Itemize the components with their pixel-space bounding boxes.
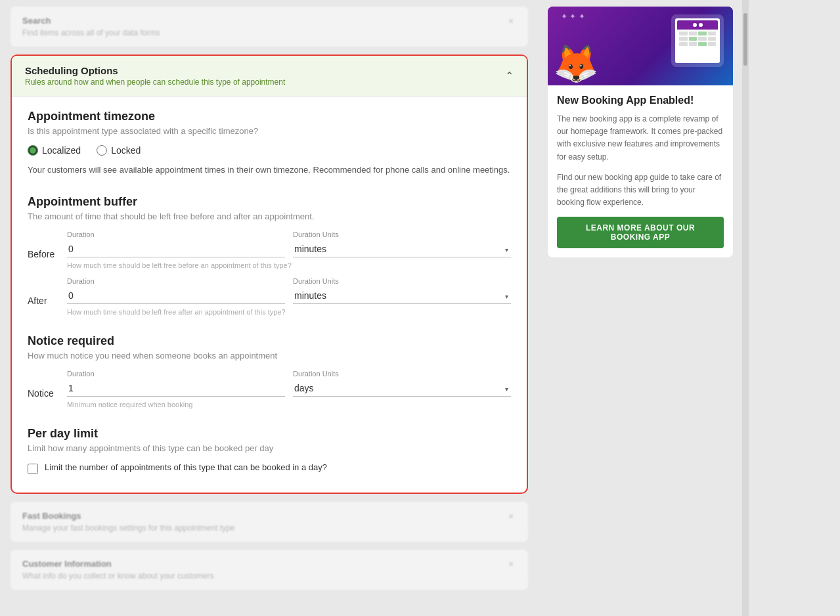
promo-learn-more-button[interactable]: LEARN MORE ABOUT OUR BOOKING APP: [557, 217, 724, 248]
appointment-buffer-title: Appointment buffer: [28, 195, 511, 209]
after-units-group: Duration Units minutes hours days ▾: [293, 277, 511, 304]
per-day-limit-checkbox-label: Limit the number of appointments of this…: [45, 462, 327, 472]
notice-duration-group: Duration: [67, 370, 285, 397]
top-card-close-button[interactable]: ×: [506, 16, 516, 26]
buffer-after-fields: Duration Duration Units minutes hours da…: [67, 277, 511, 316]
notice-duration-input[interactable]: [67, 380, 285, 397]
per-day-limit-subtitle: Limit how many appointments of this type…: [28, 443, 511, 453]
after-units-select[interactable]: minutes hours days: [293, 288, 511, 304]
promo-link-text: Find our new booking app guide to take c…: [557, 171, 724, 209]
notice-required-section: Notice required How much notice you need…: [28, 334, 511, 408]
timezone-locked-radio[interactable]: [97, 145, 107, 156]
notice-duration-hint: Minimum notice required when booking: [67, 401, 511, 408]
scrollbar-thumb[interactable]: [743, 13, 747, 66]
per-day-limit-checkbox-row: Limit the number of appointments of this…: [28, 462, 511, 474]
fast-bookings-subtitle: Manage your fast bookings settings for t…: [22, 523, 506, 533]
timezone-localized-radio[interactable]: [28, 145, 38, 156]
per-day-limit-section: Per day limit Limit how many appointment…: [28, 427, 511, 474]
scheduling-options-title: Scheduling Options: [25, 65, 285, 76]
notice-fields: Duration Duration Units minutes hours da…: [67, 370, 511, 408]
notice-required-title: Notice required: [28, 334, 511, 348]
timezone-localized-option[interactable]: Localized: [28, 145, 81, 156]
timezone-note: Your customers will see available appoin…: [28, 164, 511, 177]
appointment-timezone-section: Appointment timezone Is this appointment…: [28, 110, 511, 177]
before-duration-label: Duration: [67, 231, 285, 238]
notice-label: Notice: [28, 370, 59, 399]
scheduling-options-header: Scheduling Options Rules around how and …: [12, 56, 527, 97]
notice-row: Notice Duration Duration Units: [28, 370, 511, 408]
buffer-before-row: Before Duration Duration Units: [28, 231, 511, 269]
top-card-subtitle: Find items across all of your data forms: [22, 28, 506, 37]
appointment-timezone-subtitle: Is this appointment type associated with…: [28, 126, 511, 136]
bottom-cards-area: Fast Bookings Manage your fast bookings …: [11, 502, 528, 590]
promo-card: 🦊: [548, 7, 733, 257]
fox-illustration: 🦊: [553, 42, 599, 85]
before-duration-group: Duration: [67, 231, 285, 257]
customer-info-close-button[interactable]: ×: [506, 559, 516, 569]
timezone-locked-label: Locked: [111, 145, 141, 156]
before-units-group: Duration Units minutes hours days ▾: [293, 231, 511, 257]
scheduling-options-body: Appointment timezone Is this appointment…: [12, 97, 527, 493]
scheduling-options-subtitle: Rules around how and when people can sch…: [25, 77, 285, 87]
stars-decoration: ✦ ✦ ✦: [561, 12, 585, 21]
notice-duration-label: Duration: [67, 370, 285, 378]
notice-units-label: Duration Units: [293, 370, 511, 378]
promo-title: New Booking App Enabled!: [557, 95, 724, 106]
customer-information-subtitle: What info do you collect or know about y…: [22, 571, 506, 581]
timezone-locked-option[interactable]: Locked: [97, 145, 141, 156]
notice-required-subtitle: How much notice you need when someone bo…: [28, 351, 511, 361]
timezone-localized-label: Localized: [42, 145, 81, 156]
appointment-buffer-section: Appointment buffer The amount of time th…: [28, 195, 511, 316]
buffer-before-fields: Duration Duration Units minutes hours da…: [67, 231, 511, 269]
buffer-before-label: Before: [28, 231, 59, 259]
promo-body: New Booking App Enabled! The new booking…: [548, 85, 733, 257]
before-units-label: Duration Units: [293, 231, 511, 238]
top-card-title: Search: [22, 16, 506, 26]
fast-bookings-close-button[interactable]: ×: [506, 511, 516, 521]
customer-information-title: Customer Information: [22, 559, 506, 569]
buffer-after-row: After Duration Duration Units: [28, 277, 511, 316]
buffer-after-label: After: [28, 277, 59, 306]
scheduling-options-collapse-button[interactable]: ⌃: [505, 70, 514, 82]
notice-units-group: Duration Units minutes hours days ▾: [293, 370, 511, 397]
promo-banner: 🦊: [548, 7, 733, 85]
scheduling-options-card: Scheduling Options Rules around how and …: [11, 55, 528, 494]
appointment-timezone-title: Appointment timezone: [28, 110, 511, 123]
appointment-buffer-subtitle: The amount of time that should be left f…: [28, 211, 511, 221]
after-duration-label: Duration: [67, 277, 285, 285]
top-blurred-card: Search Find items across all of your dat…: [11, 7, 528, 47]
before-duration-hint: How much time should be left free before…: [67, 261, 511, 269]
calendar-illustration: [671, 14, 724, 67]
scrollbar-track[interactable]: [742, 0, 749, 616]
after-units-label: Duration Units: [293, 277, 511, 285]
notice-units-select[interactable]: minutes hours days: [293, 380, 511, 397]
customer-information-card: Customer Information What info do you co…: [11, 550, 528, 590]
after-duration-input[interactable]: [67, 288, 285, 304]
per-day-limit-checkbox[interactable]: [28, 464, 38, 474]
fast-bookings-card: Fast Bookings Manage your fast bookings …: [11, 502, 528, 542]
promo-text: The new booking app is a complete revamp…: [557, 113, 724, 164]
timezone-radio-group: Localized Locked: [28, 145, 511, 156]
before-units-select[interactable]: minutes hours days: [293, 241, 511, 257]
after-duration-hint: How much time should be left free after …: [67, 308, 511, 316]
per-day-limit-title: Per day limit: [28, 427, 511, 441]
before-duration-input[interactable]: [67, 241, 285, 257]
fast-bookings-title: Fast Bookings: [22, 511, 506, 521]
right-sidebar: 🦊: [539, 0, 742, 616]
after-duration-group: Duration: [67, 277, 285, 304]
